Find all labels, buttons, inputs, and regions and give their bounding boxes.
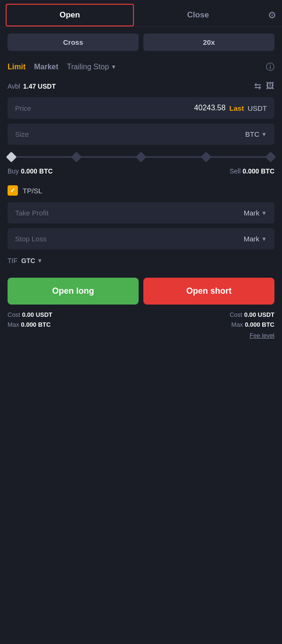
- calculator-icon[interactable]: 🖼: [266, 81, 274, 91]
- limit-tab[interactable]: Limit: [8, 63, 25, 71]
- slider-handle-0[interactable]: [6, 152, 17, 163]
- slider-handle-3[interactable]: [200, 152, 211, 163]
- tif-label: TIF: [8, 257, 17, 264]
- price-value: 40243.58: [194, 104, 226, 112]
- size-unit-select[interactable]: BTC ▼: [245, 130, 267, 138]
- cross-button[interactable]: Cross: [8, 33, 139, 51]
- tif-chevron-icon: ▼: [37, 257, 43, 264]
- buy-info: Buy 0.000 BTC: [8, 167, 53, 175]
- stop-loss-chevron-icon: ▼: [261, 236, 267, 242]
- max-row: Max 0.000 BTC Max 0.000 BTC: [8, 321, 274, 328]
- size-chevron-icon: ▼: [261, 131, 267, 138]
- checkmark-icon: ✓: [10, 187, 16, 194]
- price-value-group: 40243.58 Last USDT: [194, 104, 267, 112]
- action-row: Open long Open short: [8, 278, 274, 305]
- short-max: Max 0.000 BTC: [232, 321, 274, 328]
- open-tab[interactable]: Open: [6, 4, 134, 26]
- slider-section: [8, 153, 274, 161]
- long-max: Max 0.000 BTC: [8, 321, 50, 328]
- long-cost: Cost 0.00 USDT: [8, 311, 52, 318]
- slider-handle-1[interactable]: [71, 152, 82, 163]
- price-tag: Last: [229, 104, 244, 112]
- avbl-value: 1.47 USDT: [23, 83, 56, 90]
- info-icon[interactable]: ⓘ: [266, 61, 274, 73]
- order-type-row: Limit Market Trailing Stop ▼ ⓘ: [8, 61, 274, 73]
- open-short-button[interactable]: Open short: [143, 278, 274, 305]
- avbl-label: Avbl: [8, 83, 20, 90]
- take-profit-mark-select[interactable]: Mark ▼: [244, 209, 267, 217]
- trailing-stop-chevron-icon: ▼: [111, 64, 116, 70]
- tif-select[interactable]: GTC ▼: [21, 257, 42, 264]
- buy-sell-row: Buy 0.000 BTC Sell 0.000 BTC: [8, 167, 274, 175]
- short-cost: Cost 0.00 USDT: [230, 311, 274, 318]
- long-max-value: 0.000 BTC: [21, 321, 51, 328]
- avbl-icons: ⇆ 🖼: [254, 81, 274, 91]
- tif-value-label: GTC: [21, 257, 35, 264]
- leverage-row: Cross 20x: [8, 33, 274, 51]
- short-max-label: Max: [232, 321, 243, 328]
- header-tabs: Open Close ⚙: [0, 0, 282, 27]
- short-cost-value: 0.00 USDT: [244, 311, 274, 318]
- trading-panel: Open Close ⚙ Cross 20x Limit Market Trai…: [0, 0, 282, 346]
- size-unit-label: BTC: [245, 130, 259, 138]
- tpsl-checkbox[interactable]: ✓: [8, 185, 18, 196]
- slider-diamonds: [8, 153, 274, 161]
- cost-row: Cost 0.00 USDT Cost 0.00 USDT: [8, 311, 274, 318]
- market-tab[interactable]: Market: [34, 63, 58, 71]
- take-profit-label: Take Profit: [15, 209, 49, 217]
- size-field[interactable]: Size BTC ▼: [8, 124, 274, 145]
- tpsl-label: TP/SL: [23, 187, 42, 195]
- slider-handle-4[interactable]: [265, 152, 276, 163]
- take-profit-mark-label: Mark: [244, 209, 259, 217]
- tpsl-row: ✓ TP/SL: [8, 185, 274, 196]
- stop-loss-field[interactable]: Stop Loss Mark ▼: [8, 228, 274, 249]
- short-max-value: 0.000 BTC: [245, 321, 274, 328]
- settings-icon[interactable]: ⚙: [268, 9, 276, 21]
- stop-loss-mark-select[interactable]: Mark ▼: [244, 235, 267, 243]
- long-max-label: Max: [8, 321, 19, 328]
- sell-value: 0.000 BTC: [242, 167, 274, 175]
- stop-loss-mark-label: Mark: [244, 235, 259, 243]
- take-profit-field[interactable]: Take Profit Mark ▼: [8, 202, 274, 223]
- trailing-stop-tab[interactable]: Trailing Stop ▼: [67, 63, 116, 71]
- price-label: Price: [15, 104, 31, 112]
- buy-value: 0.000 BTC: [21, 167, 53, 175]
- panel-body: Cross 20x Limit Market Trailing Stop ▼ ⓘ…: [0, 27, 282, 346]
- long-cost-label: Cost: [8, 311, 20, 318]
- fee-level-link[interactable]: Fee level: [249, 332, 274, 339]
- transfer-icon[interactable]: ⇆: [254, 81, 261, 91]
- price-unit: USDT: [248, 104, 267, 112]
- fee-level-row: Fee level: [8, 332, 274, 339]
- open-long-button[interactable]: Open long: [8, 278, 139, 305]
- tif-row: TIF GTC ▼: [8, 257, 274, 264]
- price-field[interactable]: Price 40243.58 Last USDT: [8, 97, 274, 119]
- sell-label: Sell: [230, 167, 241, 175]
- size-label: Size: [15, 130, 29, 138]
- sell-info: Sell 0.000 BTC: [230, 167, 274, 175]
- buy-label: Buy: [8, 167, 19, 175]
- short-cost-label: Cost: [230, 311, 242, 318]
- take-profit-chevron-icon: ▼: [261, 210, 267, 216]
- close-tab[interactable]: Close: [134, 4, 262, 26]
- available-balance-row: Avbl 1.47 USDT ⇆ 🖼: [8, 81, 274, 91]
- slider-handle-2[interactable]: [136, 152, 147, 163]
- long-cost-value: 0.00 USDT: [22, 311, 52, 318]
- leverage-button[interactable]: 20x: [143, 33, 274, 51]
- stop-loss-label: Stop Loss: [15, 235, 47, 243]
